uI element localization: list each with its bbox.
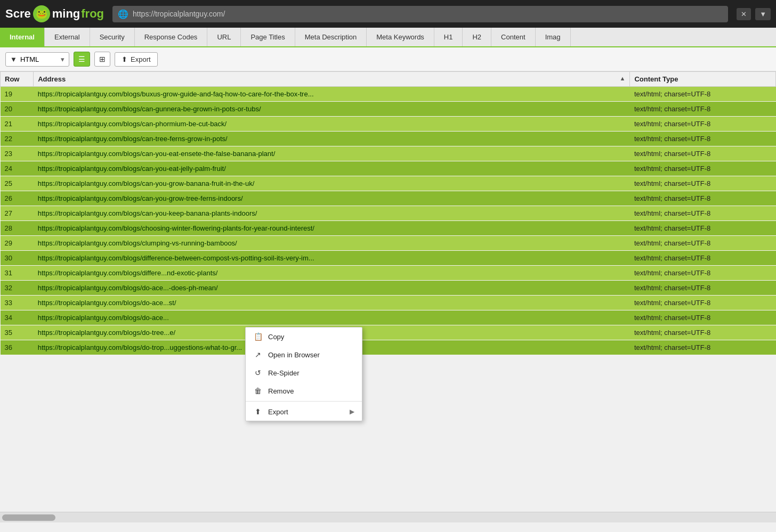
context-menu-open-browser[interactable]: ↗ Open in Browser bbox=[246, 346, 362, 364]
logo-icon: 🐸 bbox=[33, 5, 50, 22]
context-export-icon: ⬆ bbox=[253, 407, 263, 416]
url-bar[interactable]: 🌐 https://tropicalplantguy.com/ bbox=[112, 6, 728, 22]
submenu-arrow-icon: ▶ bbox=[350, 408, 354, 415]
re-spider-icon: ↺ bbox=[253, 369, 263, 377]
context-menu-remove[interactable]: 🗑 Remove bbox=[246, 382, 362, 400]
table-row[interactable]: 32https://tropicalplantguy.com/blogs/do-… bbox=[1, 281, 776, 296]
cell-row-num: 33 bbox=[1, 296, 34, 310]
header-actions: ✕ ▼ bbox=[737, 8, 771, 20]
cell-row-num: 28 bbox=[1, 221, 34, 236]
cell-address: https://tropicalplantguy.com/blogs/diffe… bbox=[34, 251, 630, 266]
copy-icon: 📋 bbox=[253, 332, 263, 341]
tab-url[interactable]: URL bbox=[207, 28, 241, 46]
cell-content-type: text/html; charset=UTF-8 bbox=[630, 251, 776, 266]
context-remove-label: Remove bbox=[268, 387, 294, 395]
cell-address: https://tropicalplantguy.com/blogs/choos… bbox=[34, 221, 630, 236]
cell-address: https://tropicalplantguy.com/blogs/can-p… bbox=[34, 117, 630, 132]
app-header: Scre 🐸 ming frog 🌐 https://tropicalplant… bbox=[0, 0, 776, 28]
tab-page-titles[interactable]: Page Titles bbox=[241, 28, 295, 46]
cell-content-type: text/html; charset=UTF-8 bbox=[630, 87, 776, 102]
table-row[interactable]: 28https://tropicalplantguy.com/blogs/cho… bbox=[1, 221, 776, 236]
tab-images[interactable]: Imag bbox=[536, 28, 571, 46]
cell-row-num: 34 bbox=[1, 310, 34, 325]
table-row[interactable]: 34https://tropicalplantguy.com/blogs/do-… bbox=[1, 310, 776, 325]
toolbar: ▼ HTML ▾ ☰ ⊞ ⬆ Export bbox=[0, 47, 776, 71]
scrollbar-container bbox=[0, 512, 776, 522]
cell-row-num: 36 bbox=[1, 340, 34, 355]
table-row[interactable]: 29https://tropicalplantguy.com/blogs/clu… bbox=[1, 236, 776, 251]
scrollbar-thumb[interactable] bbox=[2, 514, 55, 521]
cell-content-type: text/html; charset=UTF-8 bbox=[630, 266, 776, 281]
filter-label: HTML bbox=[20, 55, 58, 63]
table-row[interactable]: 33https://tropicalplantguy.com/blogs/do-… bbox=[1, 296, 776, 310]
table-row[interactable]: 36https://tropicalplantguy.com/blogs/do-… bbox=[1, 340, 776, 355]
table-row[interactable]: 30https://tropicalplantguy.com/blogs/dif… bbox=[1, 251, 776, 266]
url-text: https://tropicalplantguy.com/ bbox=[133, 10, 225, 18]
cell-content-type: text/html; charset=UTF-8 bbox=[630, 221, 776, 236]
tab-internal[interactable]: Internal bbox=[0, 28, 45, 46]
context-re-spider-label: Re-Spider bbox=[268, 369, 300, 377]
cell-address: https://tropicalplantguy.com/blogs/buxus… bbox=[34, 87, 630, 102]
cell-row-num: 22 bbox=[1, 132, 34, 146]
cell-row-num: 24 bbox=[1, 161, 34, 176]
cell-content-type: text/html; charset=UTF-8 bbox=[630, 117, 776, 132]
table-row[interactable]: 24https://tropicalplantguy.com/blogs/can… bbox=[1, 161, 776, 176]
table-container: Row Address ▲ Content Type 19https://tro… bbox=[0, 71, 776, 512]
tree-view-button[interactable]: ⊞ bbox=[94, 52, 110, 67]
table-row[interactable]: 20https://tropicalplantguy.com/blogs/can… bbox=[1, 102, 776, 117]
col-header-content-type[interactable]: Content Type bbox=[630, 72, 776, 87]
col-header-row[interactable]: Row bbox=[1, 72, 34, 87]
tab-meta-keywords[interactable]: Meta Keywords bbox=[367, 28, 434, 46]
cell-address: https://tropicalplantguy.com/blogs/can-t… bbox=[34, 132, 630, 146]
filter-dropdown[interactable]: ▼ HTML ▾ bbox=[5, 52, 69, 67]
cell-row-num: 27 bbox=[1, 206, 34, 221]
close-button[interactable]: ✕ bbox=[737, 8, 751, 20]
table-row[interactable]: 23https://tropicalplantguy.com/blogs/can… bbox=[1, 146, 776, 161]
table-row[interactable]: 31https://tropicalplantguy.com/blogs/dif… bbox=[1, 266, 776, 281]
cell-content-type: text/html; charset=UTF-8 bbox=[630, 132, 776, 146]
table-header-row: Row Address ▲ Content Type bbox=[1, 72, 776, 87]
cell-row-num: 19 bbox=[1, 87, 34, 102]
table-row[interactable]: 27https://tropicalplantguy.com/blogs/can… bbox=[1, 206, 776, 221]
tab-content[interactable]: Content bbox=[491, 28, 536, 46]
tab-external[interactable]: External bbox=[45, 28, 90, 46]
table-row[interactable]: 25https://tropicalplantguy.com/blogs/can… bbox=[1, 176, 776, 191]
tab-meta-description[interactable]: Meta Description bbox=[295, 28, 367, 46]
context-menu: 📋 Copy ↗ Open in Browser ↺ Re-Spider 🗑 R… bbox=[245, 327, 362, 421]
context-menu-re-spider[interactable]: ↺ Re-Spider bbox=[246, 364, 362, 382]
table-body: 19https://tropicalplantguy.com/blogs/bux… bbox=[1, 87, 776, 355]
table-row[interactable]: 21https://tropicalplantguy.com/blogs/can… bbox=[1, 117, 776, 132]
context-menu-export[interactable]: ⬆ Export ▶ bbox=[246, 403, 362, 421]
list-view-button[interactable]: ☰ bbox=[74, 52, 90, 67]
cell-content-type: text/html; charset=UTF-8 bbox=[630, 161, 776, 176]
nav-button[interactable]: ▼ bbox=[755, 8, 771, 20]
tab-h1[interactable]: H1 bbox=[434, 28, 463, 46]
export-button[interactable]: ⬆ Export bbox=[115, 52, 158, 67]
cell-content-type: text/html; charset=UTF-8 bbox=[630, 206, 776, 221]
cell-row-num: 32 bbox=[1, 281, 34, 296]
tab-h2[interactable]: H2 bbox=[463, 28, 491, 46]
cell-row-num: 31 bbox=[1, 266, 34, 281]
tab-response-codes[interactable]: Response Codes bbox=[135, 28, 208, 46]
cell-address: https://tropicalplantguy.com/blogs/diffe… bbox=[34, 266, 630, 281]
cell-address: https://tropicalplantguy.com/blogs/clump… bbox=[34, 236, 630, 251]
cell-address: https://tropicalplantguy.com/blogs/can-g… bbox=[34, 102, 630, 117]
context-divider bbox=[246, 401, 362, 402]
cell-content-type: text/html; charset=UTF-8 bbox=[630, 281, 776, 296]
table-row[interactable]: 26https://tropicalplantguy.com/blogs/can… bbox=[1, 191, 776, 206]
col-header-address[interactable]: Address ▲ bbox=[34, 72, 630, 87]
table-row[interactable]: 35https://tropicalplantguy.com/blogs/do-… bbox=[1, 325, 776, 340]
sort-asc-icon: ▲ bbox=[620, 75, 626, 81]
table-row[interactable]: 19https://tropicalplantguy.com/blogs/bux… bbox=[1, 87, 776, 102]
cell-content-type: text/html; charset=UTF-8 bbox=[630, 191, 776, 206]
tab-security[interactable]: Security bbox=[90, 28, 135, 46]
cell-content-type: text/html; charset=UTF-8 bbox=[630, 310, 776, 325]
export-icon: ⬆ bbox=[122, 55, 127, 63]
cell-address: https://tropicalplantguy.com/blogs/do-ac… bbox=[34, 281, 630, 296]
cell-content-type: text/html; charset=UTF-8 bbox=[630, 176, 776, 191]
context-copy-label: Copy bbox=[268, 333, 284, 341]
cell-row-num: 35 bbox=[1, 325, 34, 340]
export-label: Export bbox=[131, 55, 151, 63]
table-row[interactable]: 22https://tropicalplantguy.com/blogs/can… bbox=[1, 132, 776, 146]
context-menu-copy[interactable]: 📋 Copy bbox=[246, 328, 362, 346]
